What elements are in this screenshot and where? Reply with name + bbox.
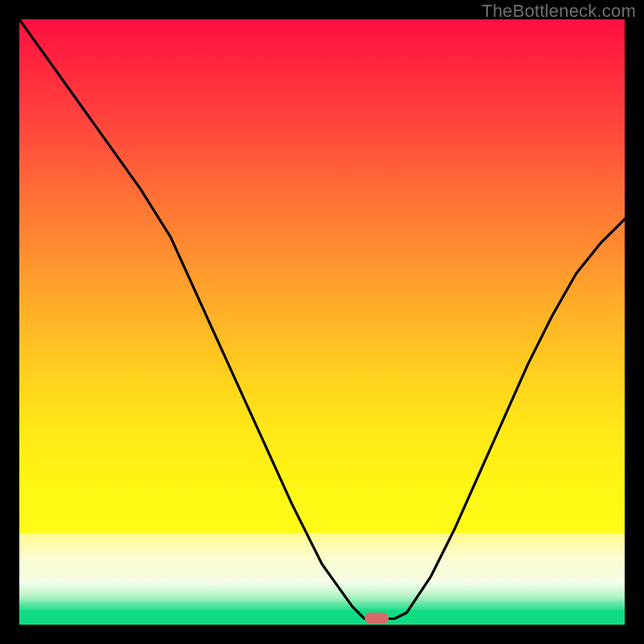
optimal-marker xyxy=(365,613,389,624)
chart-frame: TheBottleneck.com xyxy=(0,0,644,644)
bottleneck-curve xyxy=(19,19,625,625)
plot-area xyxy=(19,19,625,625)
